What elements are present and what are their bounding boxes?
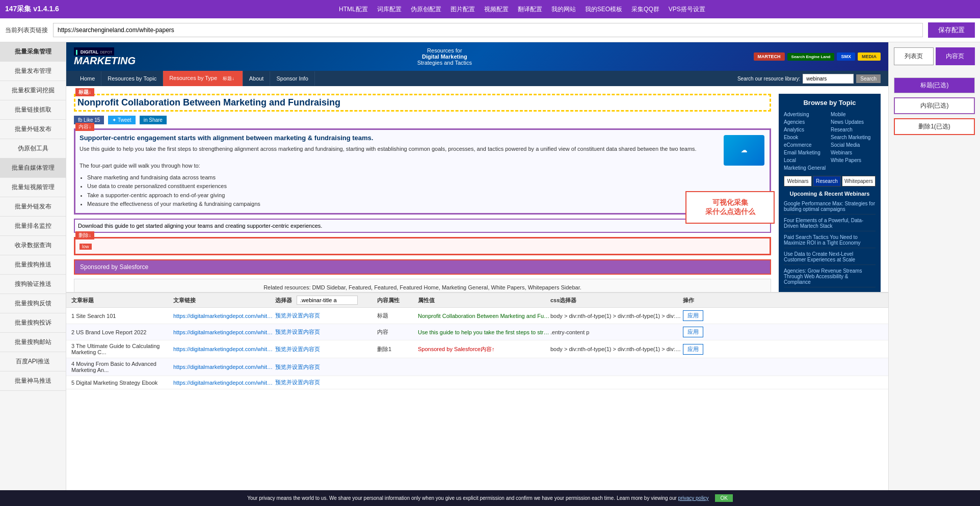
browse-agencies[interactable]: Agencies (784, 119, 829, 125)
browse-analytics[interactable]: Analytics (784, 127, 829, 132)
browse-email-marketing[interactable]: Email Marketing (784, 150, 829, 155)
th-css-selector: css选择器 (550, 297, 683, 304)
row1-apply-button[interactable]: 应用 (683, 310, 703, 321)
webinar-item-5[interactable]: Agencies: Grow Revenue Streams Through W… (784, 268, 876, 287)
sidebar-item-batch-rank[interactable]: 批量排名监控 (0, 217, 66, 236)
sidebar-item-batch-video[interactable]: 批量短视频管理 (0, 178, 66, 197)
selector-input[interactable] (297, 296, 358, 305)
sidebar-item-batch-outlink[interactable]: 批量外链发布 (0, 120, 66, 139)
webinar-item-2[interactable]: Four Elements of a Powerful, Data-Driven… (784, 218, 876, 231)
sidebar-item-batch-mail[interactable]: 批量搜狗邮站 (0, 333, 66, 352)
browse-ecommerce[interactable]: eCommerce (784, 142, 829, 148)
sidebar-item-batch-keyword[interactable]: 批量权重词挖掘 (0, 81, 66, 100)
content-page-button[interactable]: 内容页 (936, 47, 975, 65)
tab-research[interactable]: Research (813, 176, 841, 187)
row1-link[interactable]: https://digitalmarketingdepot.com/whitep… (173, 313, 275, 319)
row1-action[interactable]: 预览并设置内容页 (275, 312, 377, 319)
nav-seo-template[interactable]: 我的SEO模板 (585, 5, 622, 14)
list-item: Share marketing and fundraising data acr… (87, 173, 765, 182)
right-panel: 列表页 内容页 标题(已选) 内容(已选) 删除1(已选) (888, 42, 980, 506)
privacy-policy-link[interactable]: privacy policy (678, 495, 709, 501)
row5-action[interactable]: 预览并设置内容页 (275, 379, 377, 386)
nav-qq-group[interactable]: 采集QQ群 (631, 5, 659, 14)
row2-link[interactable]: https://digitalmarketingdepot.com/whitep… (173, 329, 275, 335)
sidebar-item-data-query[interactable]: 收录数据查询 (0, 236, 66, 255)
row3-link[interactable]: https://digitalmarketingdepot.com/whitep… (173, 346, 275, 352)
top-navigation: 147采集 v1.4.1.6 HTML配置 词库配置 伪原创配置 图片配置 视频… (0, 0, 980, 18)
sidebar-item-batch-complaint[interactable]: 批量搜狗投诉 (0, 313, 66, 333)
browse-white-papers[interactable]: White Papers (831, 157, 876, 163)
tweet-button[interactable]: ✦ Tweet (108, 116, 135, 124)
sidebar-item-batch-shenma[interactable]: 批量神马推送 (0, 371, 66, 391)
nav-vps-settings[interactable]: VPS搭号设置 (669, 5, 705, 14)
webinar-item-3[interactable]: Paid Search Tactics You Need to Maximize… (784, 234, 876, 248)
site-nav-about[interactable]: About (243, 71, 271, 86)
article-body: Use this guide to help you take the firs… (80, 145, 765, 170)
save-config-button[interactable]: 保存配置 (928, 22, 975, 38)
table-row: 2 US Brand Love Report 2022 https://digi… (66, 324, 888, 340)
list-item: Take a supporter-centric approach to end… (87, 191, 765, 200)
browse-local[interactable]: Local (784, 157, 829, 163)
browse-marketing-general[interactable]: Marketing General (784, 165, 829, 171)
sidebar-item-batch-publish[interactable]: 批量发布管理 (0, 62, 66, 81)
site-nav-resources-type[interactable]: Resources by Type 标题↓ (163, 71, 243, 86)
site-nav-sponsor[interactable]: Sponsor Info (270, 71, 314, 86)
browse-research[interactable]: Research (831, 127, 876, 132)
nav-dictionary-config[interactable]: 词库配置 (377, 5, 402, 14)
list-item: Use data to create personalized constitu… (87, 182, 765, 191)
sidebar-item-batch-feedback[interactable]: 批量搜狗反馈 (0, 294, 66, 313)
sidebar-item-sogou-verify[interactable]: 搜狗验证推送 (0, 275, 66, 294)
table-header-row: 文章标题 文章链接 选择器 内容属性 属性值 css选择器 操作 (66, 293, 888, 308)
nav-html-config[interactable]: HTML配置 (339, 5, 368, 14)
site-nav-home[interactable]: Home (74, 71, 101, 86)
row3-apply-button[interactable]: 应用 (683, 344, 703, 355)
nav-mysite[interactable]: 我的网站 (551, 5, 576, 14)
row4-link[interactable]: https://digitalmarketingdepot.com/whitep… (173, 364, 275, 370)
sidebar-item-baidu-api[interactable]: 百度API推送 (0, 352, 66, 371)
privacy-ok-button[interactable]: OK (715, 494, 732, 502)
nav-pseudo-config[interactable]: 伪原创配置 (411, 5, 441, 14)
browse-news[interactable]: News Updates (831, 119, 876, 125)
row2-apply-button[interactable]: 应用 (683, 327, 703, 337)
browse-webinars[interactable]: Webinars (831, 150, 876, 155)
th-article-title: 文章标题 (71, 297, 173, 304)
site-search-input[interactable] (803, 74, 854, 84)
site-tagline: Resources for Digital Marketing Strategi… (146, 47, 743, 66)
nav-video-config[interactable]: 视频配置 (484, 5, 509, 14)
row2-action[interactable]: 预览并设置内容页 (275, 328, 377, 336)
browse-advertising[interactable]: Advertising (784, 112, 829, 117)
sidebar-item-batch-media[interactable]: 批量自媒体管理 (0, 158, 66, 178)
url-input[interactable] (53, 23, 923, 37)
page-type-buttons: 列表页 内容页 (894, 47, 975, 65)
browse-social-media[interactable]: Social Media (831, 142, 876, 148)
row3-action[interactable]: 预览并设置内容页 (275, 345, 377, 353)
sidebar-item-batch-collect[interactable]: 批量采集管理 (0, 42, 66, 62)
tab-whitepapers[interactable]: Whitepapers (842, 176, 876, 187)
nav-translate-config[interactable]: 翻译配置 (518, 5, 542, 14)
callout-box: 可视化采集 采什么点选什么 (685, 191, 775, 224)
browse-mobile[interactable]: Mobile (831, 112, 876, 117)
nav-image-config[interactable]: 图片配置 (451, 5, 475, 14)
row4-action[interactable]: 预览并设置内容页 (275, 363, 377, 371)
sidebar-item-batch-outlink2[interactable]: 批量外链发布 (0, 197, 66, 217)
browse-search-marketing[interactable]: Search Marketing (831, 135, 876, 140)
row5-link[interactable]: https://digitalmarketingdepot.com/whitep… (173, 380, 275, 386)
sidebar-item-pseudo-tool[interactable]: 伪原创工具 (0, 139, 66, 158)
browse-ebook[interactable]: Ebook (784, 135, 829, 140)
tab-webinars[interactable]: Webinars (784, 176, 812, 187)
sidebar-item-batch-sogou[interactable]: 批量搜狗推送 (0, 255, 66, 275)
url-label: 当前列表页链接 (5, 26, 48, 35)
website-preview-scroll[interactable]: ▌ DIGITAL DEPOT MARKETING Resources for … (66, 42, 888, 292)
title-tag[interactable]: 标题(已选) (894, 77, 975, 93)
row2-attr-val: Use this guide to help you take the firs… (418, 329, 550, 335)
webinar-item-1[interactable]: Google Performance Max: Strategies for b… (784, 201, 876, 215)
sidebar-item-batch-link[interactable]: 批量链接抓取 (0, 100, 66, 120)
site-search-button[interactable]: Search (856, 74, 881, 83)
delete-tag[interactable]: 删除1(已选) (894, 118, 975, 135)
share-button[interactable]: in Share (140, 116, 167, 124)
site-content-area: 标题↓ Nonprofit Collaboration Between Mark… (66, 86, 888, 292)
content-tag[interactable]: 内容(已选) (894, 97, 975, 114)
webinar-item-4[interactable]: Use Data to Create Next-Level Customer E… (784, 251, 876, 265)
list-page-button[interactable]: 列表页 (894, 47, 934, 65)
site-nav-resources-topic[interactable]: Resources by Topic (101, 71, 163, 86)
